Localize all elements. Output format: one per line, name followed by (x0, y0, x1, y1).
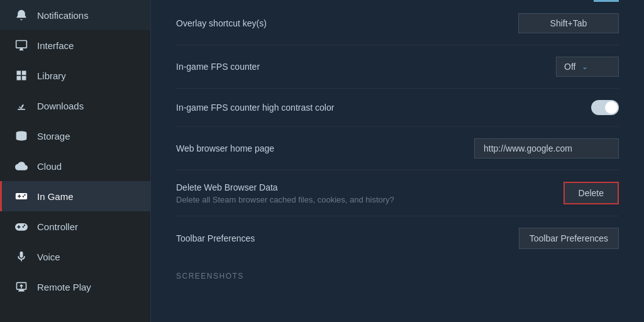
sidebar-item-label: Cloud (37, 161, 62, 172)
grid-icon (14, 69, 28, 82)
overlay-shortcut-value: Shift+Tab (518, 13, 619, 33)
sidebar-item-voice[interactable]: Voice (0, 242, 150, 272)
fps-counter-dropdown[interactable]: Off ⌄ (556, 57, 619, 77)
sidebar-item-storage[interactable]: Storage (0, 121, 150, 151)
sidebar-item-label: Library (37, 70, 66, 81)
setting-toolbar-prefs: Toolbar Preferences Toolbar Preferences (176, 216, 619, 260)
toolbar-preferences-button[interactable]: Toolbar Preferences (519, 228, 619, 249)
setting-delete-browser-data: Delete Web Browser Data Delete all Steam… (176, 170, 619, 216)
fps-counter-label: In-game FPS counter (176, 62, 260, 72)
web-homepage-input[interactable] (474, 138, 619, 158)
setting-overlay-shortcut: Overlay shortcut key(s) Shift+Tab (176, 2, 619, 45)
sidebar-item-label: In Game (37, 191, 74, 202)
cloud-icon (14, 159, 28, 173)
sidebar-item-label: Downloads (37, 101, 84, 111)
monitor-icon (14, 38, 28, 52)
chevron-down-icon: ⌄ (582, 62, 588, 71)
overlay-shortcut-label: Overlay shortcut key(s) (176, 18, 267, 28)
fps-counter-control: Off ⌄ (556, 57, 619, 77)
bell-icon (14, 8, 28, 22)
fps-high-contrast-control (591, 100, 619, 115)
sidebar-item-notifications[interactable]: Notifications (0, 0, 150, 30)
sidebar-item-downloads[interactable]: Downloads (0, 91, 150, 121)
fps-high-contrast-label: In-game FPS counter high contrast color (176, 103, 334, 113)
sidebar-item-library[interactable]: Library (0, 60, 150, 91)
setting-fps-high-contrast: In-game FPS counter high contrast color (176, 89, 619, 127)
sidebar-item-label: Storage (37, 131, 70, 142)
sidebar-item-label: Notifications (37, 10, 89, 21)
download-icon (14, 99, 28, 113)
ingame-icon (14, 189, 28, 203)
mic-icon (14, 250, 28, 264)
sidebar-item-label: Remote Play (37, 282, 91, 292)
sidebar-item-label: Voice (37, 252, 60, 262)
overlay-shortcut-control: Shift+Tab (518, 13, 619, 33)
remoteplay-icon (14, 280, 28, 294)
delete-browser-data-labels: Delete Web Browser Data Delete all Steam… (176, 182, 394, 204)
fps-counter-value: Off (564, 62, 575, 72)
sidebar-item-label: Interface (37, 40, 74, 51)
main-content: Overlay shortcut key(s) Shift+Tab In-gam… (151, 0, 644, 322)
sidebar: Notifications Interface Library Download… (0, 0, 151, 322)
delete-button[interactable]: Delete (564, 182, 619, 204)
sidebar-item-interface[interactable]: Interface (0, 30, 150, 60)
sidebar-item-label: Controller (37, 221, 78, 232)
toolbar-prefs-control: Toolbar Preferences (519, 228, 619, 249)
web-homepage-control (474, 138, 619, 158)
toolbar-prefs-label: Toolbar Preferences (176, 233, 255, 243)
fps-high-contrast-toggle[interactable] (591, 100, 619, 115)
storage-icon (14, 129, 28, 143)
sidebar-item-remoteplay[interactable]: Remote Play (0, 272, 150, 302)
screenshots-section-header: SCREENSHOTS (176, 260, 619, 286)
controller-icon (14, 219, 28, 233)
sidebar-item-controller[interactable]: Controller (0, 211, 150, 242)
web-homepage-label: Web browser home page (176, 143, 274, 153)
delete-browser-data-label: Delete Web Browser Data (176, 182, 394, 192)
sidebar-item-ingame[interactable]: In Game (0, 181, 150, 211)
delete-browser-data-control: Delete (564, 182, 619, 204)
delete-browser-data-sublabel: Delete all Steam browser cached files, c… (176, 195, 394, 204)
setting-web-homepage: Web browser home page (176, 127, 619, 170)
setting-fps-counter: In-game FPS counter Off ⌄ (176, 45, 619, 89)
sidebar-item-cloud[interactable]: Cloud (0, 151, 150, 181)
